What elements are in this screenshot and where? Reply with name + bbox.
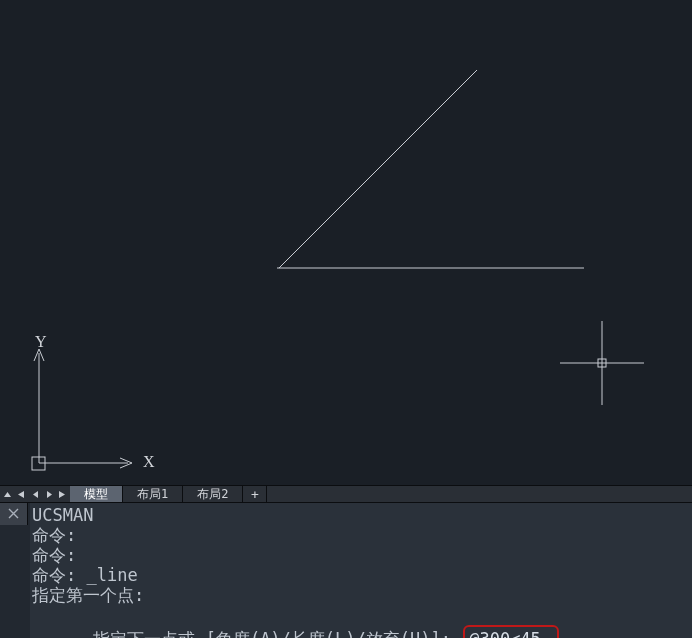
- tab-layout1[interactable]: 布局1: [123, 486, 183, 502]
- close-icon: [8, 506, 19, 522]
- cmd-prompt-text: 指定下一点或 [角度(A)/长度(L)/放弃(U)]:: [93, 629, 461, 638]
- command-area: UCSMAN 命令: 命令: 命令: _line 指定第一个点: 指定下一点或 …: [0, 503, 692, 638]
- tabs-prev-icon[interactable]: [28, 486, 42, 502]
- crosshair-cursor: [560, 321, 644, 405]
- tab-add-button[interactable]: +: [243, 486, 267, 502]
- layout-tabs-bar: 模型 布局1 布局2 +: [0, 485, 692, 503]
- svg-line-1: [279, 70, 477, 268]
- tabs-next-icon[interactable]: [42, 486, 56, 502]
- tab-model[interactable]: 模型: [70, 486, 123, 502]
- command-history[interactable]: UCSMAN 命令: 命令: 命令: _line 指定第一个点: 指定下一点或 …: [30, 503, 692, 638]
- cmd-history-line: 命令: _line: [32, 565, 690, 585]
- ucs-x-label: X: [143, 453, 155, 471]
- tabs-last-icon[interactable]: [56, 486, 70, 502]
- tab-label: 布局1: [137, 486, 168, 503]
- tab-label: 布局2: [197, 486, 228, 503]
- cmd-history-line: 指定第一个点:: [32, 585, 690, 605]
- command-input[interactable]: [469, 629, 539, 638]
- cmd-history-line: UCSMAN: [32, 505, 690, 525]
- cmd-history-line: 命令:: [32, 525, 690, 545]
- tab-layout2[interactable]: 布局2: [183, 486, 243, 502]
- tabs-first-icon[interactable]: [14, 486, 28, 502]
- ucs-icon: X Y: [30, 343, 150, 477]
- plus-icon: +: [251, 487, 259, 502]
- cmd-history-line: 命令:: [32, 545, 690, 565]
- close-command-panel-button[interactable]: [0, 503, 28, 525]
- model-canvas[interactable]: X Y: [12, 0, 692, 485]
- cmd-input-highlight: [463, 625, 559, 638]
- cmd-prompt-line: 指定下一点或 [角度(A)/长度(L)/放弃(U)]:: [32, 605, 690, 638]
- tabs-scroll-up-icon[interactable]: [0, 486, 14, 502]
- tab-label: 模型: [84, 486, 108, 503]
- ucs-y-label: Y: [35, 333, 47, 351]
